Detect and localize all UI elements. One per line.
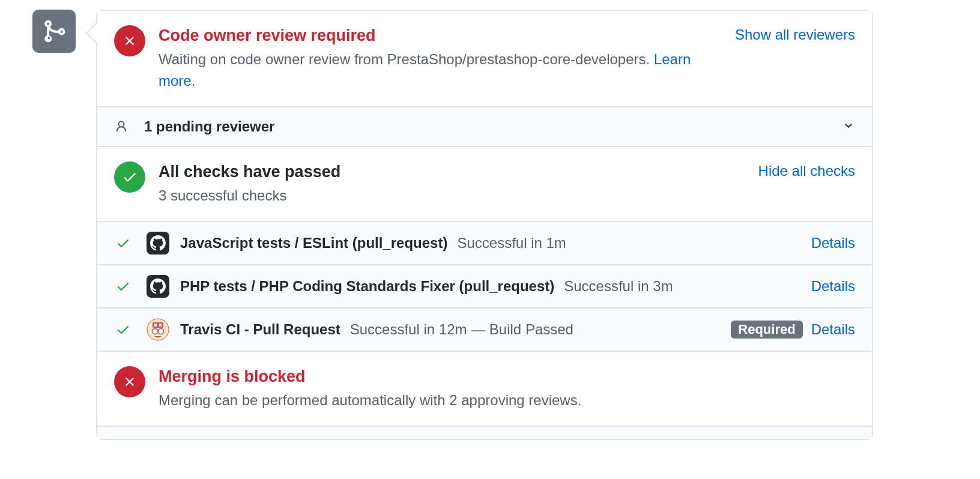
review-subtitle-text: Waiting on code owner review from Presta… — [159, 51, 654, 67]
check-status: Successful in 1m — [457, 235, 566, 252]
git-merge-icon — [41, 19, 67, 44]
checks-summary-body: All checks have passed 3 successful chec… — [159, 161, 749, 206]
travis-avatar-icon — [147, 318, 169, 341]
check-name: PHP tests / PHP Coding Standards Fixer (… — [180, 278, 554, 295]
review-required-subtitle: Waiting on code owner review from Presta… — [159, 49, 725, 92]
merge-blocked-title: Merging is blocked — [159, 366, 855, 387]
merge-blocked-section: Merging is blocked Merging can be perfor… — [97, 352, 872, 427]
svg-point-5 — [159, 329, 164, 334]
review-required-body: Code owner review required Waiting on co… — [159, 25, 725, 92]
trailing-section — [97, 427, 872, 439]
error-status-icon — [114, 25, 145, 56]
pending-reviewers-section[interactable]: 1 pending reviewer — [97, 107, 872, 147]
checks-summary-section: All checks have passed 3 successful chec… — [97, 147, 872, 222]
check-details-link[interactable]: Details — [811, 235, 855, 252]
check-pass-icon — [114, 322, 132, 337]
github-avatar-icon — [147, 275, 169, 298]
check-row: PHP tests / PHP Coding Standards Fixer (… — [97, 265, 872, 309]
check-status: Successful in 12m — Build Passed — [350, 321, 573, 338]
merge-status-panel: Code owner review required Waiting on co… — [96, 10, 873, 440]
error-status-icon — [114, 366, 145, 397]
svg-rect-2 — [154, 324, 157, 327]
merge-blocked-subtitle: Merging can be performed automatically w… — [159, 390, 855, 411]
check-icon — [122, 169, 138, 185]
pending-reviewer-text: 1 pending reviewer — [144, 118, 842, 135]
chevron-down-icon — [842, 119, 855, 134]
required-badge: Required — [731, 321, 802, 339]
hide-all-checks-link[interactable]: Hide all checks — [758, 161, 855, 179]
check-details-link[interactable]: Details — [811, 278, 855, 295]
checks-title: All checks have passed — [159, 161, 749, 182]
check-status: Successful in 3m — [564, 278, 673, 295]
github-avatar-icon — [147, 232, 169, 255]
check-row: Travis CI - Pull Request Successful in 1… — [97, 309, 872, 352]
svg-rect-1 — [153, 322, 163, 328]
merge-blocked-body: Merging is blocked Merging can be perfor… — [159, 366, 855, 411]
check-pass-icon — [114, 279, 132, 294]
check-name: JavaScript tests / ESLint (pull_request) — [180, 235, 447, 252]
svg-point-4 — [153, 329, 158, 334]
check-pass-icon — [114, 236, 132, 250]
x-icon — [122, 34, 137, 48]
review-required-section: Code owner review required Waiting on co… — [97, 11, 872, 107]
person-icon — [114, 120, 129, 133]
success-status-icon — [114, 161, 145, 193]
merge-timeline-badge — [32, 10, 76, 53]
checks-subtitle: 3 successful checks — [159, 185, 749, 206]
check-details-link[interactable]: Details — [811, 321, 855, 338]
check-name: Travis CI - Pull Request — [180, 321, 340, 338]
show-all-reviewers-link[interactable]: Show all reviewers — [735, 25, 855, 43]
review-required-title: Code owner review required — [159, 25, 725, 46]
x-icon — [122, 375, 137, 389]
check-row: JavaScript tests / ESLint (pull_request)… — [97, 222, 872, 265]
svg-rect-3 — [159, 324, 162, 327]
